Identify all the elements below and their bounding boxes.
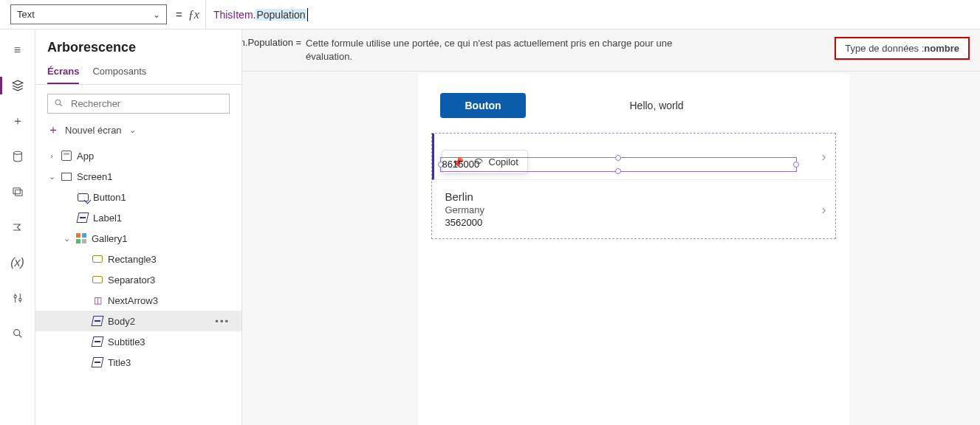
text-caret	[307, 8, 308, 21]
tree-node-button1[interactable]: Button1	[35, 187, 241, 207]
new-screen-label: Nouvel écran	[65, 125, 122, 136]
gallery-item[interactable]: 📌 Copilot	[432, 134, 835, 180]
equals-sign: =	[173, 0, 188, 29]
label-icon	[77, 212, 89, 224]
screen-icon	[61, 170, 72, 182]
data-icon[interactable]	[10, 149, 25, 164]
formula-object: ThisItem	[213, 9, 253, 21]
tab-screens[interactable]: Écrans	[47, 61, 79, 84]
chevron-down-icon: ⌄	[62, 234, 71, 243]
resize-handle[interactable]	[793, 162, 799, 167]
label-icon	[92, 356, 103, 368]
tree-node-rectangle3[interactable]: Rectangle3	[35, 249, 241, 269]
svg-point-5	[13, 330, 19, 336]
data-type-value: nombre	[924, 43, 959, 54]
svg-rect-1	[13, 188, 20, 194]
resize-handle[interactable]	[615, 168, 621, 174]
next-arrow-icon[interactable]: ›	[822, 149, 826, 165]
tree-node-app[interactable]: › App	[35, 145, 241, 166]
next-arrow-icon[interactable]: ›	[822, 201, 826, 217]
tab-components[interactable]: Composants	[92, 61, 146, 84]
selected-body-control[interactable]: 8615000	[440, 157, 797, 172]
search-icon	[54, 98, 64, 110]
chevron-down-icon: ⌄	[47, 172, 56, 182]
tree-node-subtitle3[interactable]: Subtitle3	[35, 331, 241, 352]
fx-icon[interactable]: ƒx	[188, 0, 206, 29]
tree-list: › App ⌄ Screen1 Button1 Label1	[35, 145, 241, 425]
canvas-gallery[interactable]: 📌 Copilot	[431, 133, 836, 239]
tree-view-pane: Arborescence Écrans Composants ＋ Nouvel …	[35, 30, 242, 425]
app-preview: Bouton Hello, world 📌 Copilot	[418, 74, 849, 425]
insert-icon[interactable]: ＋	[10, 114, 25, 128]
property-dropdown[interactable]: Text ⌄	[10, 4, 167, 24]
tree-node-separator3[interactable]: Separator3	[35, 269, 241, 290]
button-icon	[77, 191, 89, 203]
tree-search-input[interactable]	[69, 97, 223, 110]
new-screen-button[interactable]: ＋ Nouvel écran ⌄	[35, 117, 241, 145]
chevron-right-icon: ›	[47, 151, 56, 160]
more-icon[interactable]: •••	[215, 316, 234, 327]
svg-rect-2	[15, 190, 21, 196]
data-type-prefix: Type de données :	[845, 43, 924, 54]
result-message: Cette formule utilise une portée, ce qui…	[306, 37, 719, 63]
result-lhs: ThisItem.Population =	[242, 37, 301, 48]
svg-point-0	[13, 151, 21, 154]
data-type-box: Type de données :nombre	[835, 37, 970, 60]
rectangle-icon	[92, 253, 103, 265]
power-automate-icon[interactable]	[10, 220, 25, 235]
gallery-item-country: Germany	[445, 204, 810, 215]
tree-node-nextarrow3[interactable]: ◫ NextArrow3	[35, 290, 241, 311]
gallery-item-population: 8615000	[442, 159, 480, 170]
tree-node-gallery1[interactable]: ⌄ Gallery1	[35, 228, 241, 249]
svg-point-6	[55, 100, 61, 105]
formula-property: Population	[256, 9, 306, 21]
gallery-icon	[75, 232, 87, 244]
tree-node-label1[interactable]: Label1	[35, 207, 241, 228]
tree-node-screen1[interactable]: ⌄ Screen1	[35, 166, 241, 187]
formula-input[interactable]: ThisItem.Population	[206, 0, 980, 29]
app-icon	[61, 150, 72, 162]
resize-handle[interactable]	[615, 155, 621, 161]
advanced-tools-icon[interactable]	[10, 291, 25, 305]
gallery-item-city: Berlin	[445, 190, 810, 203]
label-icon	[92, 336, 103, 348]
canvas-area: ThisItem.Population = Cette formule util…	[242, 30, 980, 425]
svg-point-3	[14, 295, 16, 297]
canvas-button[interactable]: Bouton	[440, 93, 527, 118]
svg-point-4	[18, 298, 21, 300]
gallery-item-population: 3562000	[445, 217, 810, 228]
tree-search[interactable]	[47, 94, 230, 114]
tree-node-body2[interactable]: Body2 •••	[35, 311, 241, 331]
formula-bar: Text ⌄ = ƒx ThisItem.Population	[0, 0, 980, 30]
chevron-down-icon: ⌄	[153, 10, 160, 20]
tree-node-title3[interactable]: Title3	[35, 352, 241, 373]
property-dropdown-label: Text	[17, 9, 35, 20]
search-rail-icon[interactable]	[10, 326, 25, 341]
rectangle-icon	[92, 274, 103, 286]
tree-tabs: Écrans Composants	[35, 61, 241, 85]
tree-title: Arborescence	[47, 40, 230, 55]
group-icon: ◫	[92, 294, 103, 306]
plus-icon: ＋	[47, 122, 59, 138]
label-icon	[92, 315, 103, 327]
hamburger-icon[interactable]: ≡	[10, 43, 25, 58]
media-icon[interactable]	[10, 184, 25, 199]
gallery-item[interactable]: Berlin Germany 3562000 ›	[432, 180, 835, 238]
chevron-down-icon: ⌄	[129, 125, 136, 135]
left-rail: ≡ ＋ (x)	[0, 30, 35, 425]
variables-icon[interactable]: (x)	[10, 255, 25, 270]
tree-view-icon[interactable]	[10, 78, 25, 93]
canvas-label[interactable]: Hello, world	[629, 100, 683, 111]
formula-result-bar: ThisItem.Population = Cette formule util…	[242, 30, 980, 72]
